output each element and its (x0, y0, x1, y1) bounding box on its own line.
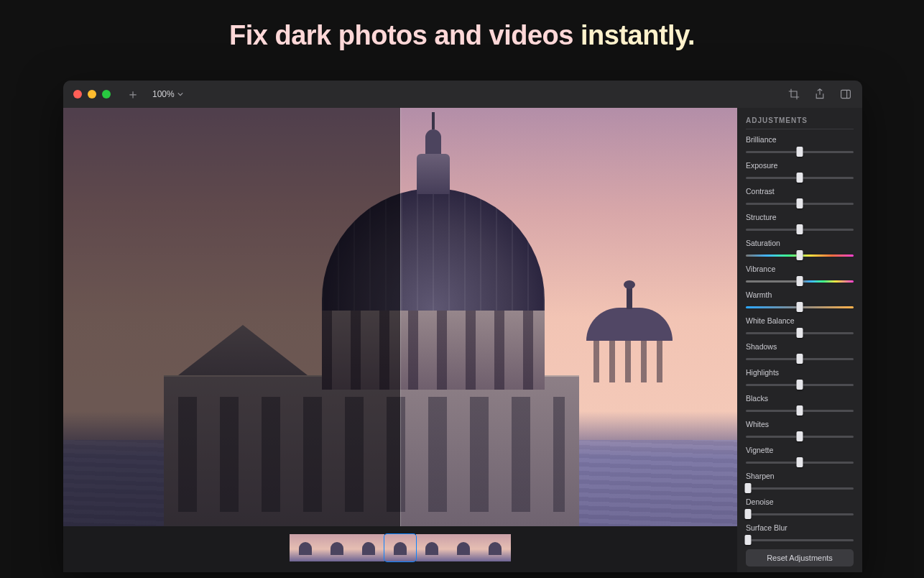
slider-label: White Balance (746, 316, 854, 325)
share-icon (814, 88, 826, 100)
window-controls (73, 90, 111, 98)
slider-label: Contrast (746, 187, 854, 196)
slider-knob[interactable] (797, 250, 803, 260)
slider-label: Saturation (746, 239, 854, 247)
compare-split-handle[interactable] (400, 108, 401, 526)
structure-slider[interactable] (746, 224, 854, 234)
slider-knob[interactable] (797, 224, 803, 234)
slider-knob[interactable] (745, 509, 752, 519)
adjustment-white-balance: White Balance (746, 316, 854, 338)
brilliance-slider[interactable] (746, 147, 854, 157)
slider-label: Sharpen (746, 472, 854, 480)
saturation-slider[interactable] (746, 250, 854, 260)
slider-knob[interactable] (797, 198, 803, 208)
slider-track (746, 513, 854, 515)
slider-track (746, 410, 854, 412)
crop-icon (788, 88, 800, 100)
adjustment-structure: Structure (746, 213, 854, 234)
panel-title: ADJUSTMENTS (746, 116, 854, 124)
window-fullscreen-button[interactable] (102, 90, 111, 98)
vibrance-slider[interactable] (746, 276, 854, 286)
slider-label: Brilliance (746, 135, 854, 144)
adjustment-saturation: Saturation (746, 239, 854, 260)
slider-track (746, 254, 854, 257)
vignette-slider[interactable] (746, 457, 854, 467)
slider-track (746, 203, 854, 205)
adjustment-sharpen: Sharpen (746, 472, 854, 493)
filmstrip-thumb[interactable] (321, 534, 353, 561)
filmstrip-thumb[interactable] (353, 534, 384, 561)
slider-track (746, 332, 854, 334)
share-button[interactable] (813, 88, 826, 101)
slider-label: Structure (746, 213, 854, 221)
slider-label: Highlights (746, 368, 854, 377)
slider-knob[interactable] (797, 431, 803, 441)
slider-label: Warmth (746, 290, 854, 299)
thumb-preview (353, 534, 384, 561)
contrast-slider[interactable] (746, 198, 854, 208)
thumb-preview (321, 534, 353, 561)
sidebar-toggle-button[interactable] (839, 88, 852, 101)
thumb-preview (416, 534, 448, 561)
slider-label: Whites (746, 420, 854, 428)
shadows-slider[interactable] (746, 354, 854, 364)
slider-knob[interactable] (797, 457, 803, 467)
sliders-list: BrillianceExposureContrastStructureSatur… (746, 135, 854, 549)
hero-text-accent: instantly. (581, 20, 695, 50)
slider-knob[interactable] (745, 535, 752, 545)
svg-rect-0 (841, 90, 851, 98)
window-minimize-button[interactable] (88, 90, 96, 98)
denoise-slider[interactable] (746, 509, 854, 519)
slider-knob[interactable] (797, 173, 803, 183)
photo-canvas[interactable] (63, 108, 737, 526)
slider-track (746, 436, 854, 438)
slider-knob[interactable] (797, 147, 803, 157)
sharpen-slider[interactable] (746, 483, 854, 493)
filmstrip (63, 526, 737, 572)
slider-knob[interactable] (797, 328, 803, 338)
slider-label: Vignette (746, 446, 854, 454)
slider-knob[interactable] (797, 380, 803, 390)
adjustment-brilliance: Brilliance (746, 135, 854, 157)
zoom-value: 100% (152, 89, 175, 99)
thumb-preview (384, 534, 416, 561)
filmstrip-thumb[interactable] (384, 534, 416, 561)
slider-label: Surface Blur (746, 523, 854, 532)
slider-knob[interactable] (745, 483, 752, 493)
adjustment-warmth: Warmth (746, 290, 854, 312)
slider-knob[interactable] (797, 354, 803, 364)
filmstrip-thumb[interactable] (416, 534, 448, 561)
slider-label: Vibrance (746, 265, 854, 273)
photo-editor-window: ＋ 100% (63, 81, 862, 572)
add-button[interactable]: ＋ (126, 88, 139, 101)
filmstrip-thumb[interactable] (448, 534, 479, 561)
slider-knob[interactable] (797, 276, 803, 286)
filmstrip-thumb[interactable] (290, 534, 321, 561)
adjustments-panel: ADJUSTMENTS BrillianceExposureContrastSt… (737, 108, 862, 572)
slider-track (746, 539, 854, 541)
adjustment-vibrance: Vibrance (746, 265, 854, 286)
slider-knob[interactable] (797, 302, 803, 312)
slider-knob[interactable] (797, 405, 803, 416)
white-balance-slider[interactable] (746, 328, 854, 338)
warmth-slider[interactable] (746, 302, 854, 312)
blacks-slider[interactable] (746, 405, 854, 416)
whites-slider[interactable] (746, 431, 854, 441)
crop-tool-button[interactable] (787, 88, 800, 101)
adjustment-blacks: Blacks (746, 394, 854, 416)
hero-headline: Fix dark photos and videos instantly. (0, 0, 924, 64)
exposure-slider[interactable] (746, 173, 854, 183)
reset-adjustments-button[interactable]: Reset Adjustments (746, 549, 854, 566)
chevron-down-icon (177, 91, 183, 97)
highlights-slider[interactable] (746, 380, 854, 390)
thumb-preview (448, 534, 479, 561)
slider-label: Blacks (746, 394, 854, 403)
slider-track (746, 487, 854, 490)
slider-label: Exposure (746, 161, 854, 170)
window-close-button[interactable] (73, 90, 82, 98)
zoom-dropdown[interactable]: 100% (152, 89, 183, 99)
adjustment-whites: Whites (746, 420, 854, 441)
surface-blur-slider[interactable] (746, 535, 854, 545)
filmstrip-thumb[interactable] (479, 534, 511, 561)
slider-track (746, 384, 854, 386)
